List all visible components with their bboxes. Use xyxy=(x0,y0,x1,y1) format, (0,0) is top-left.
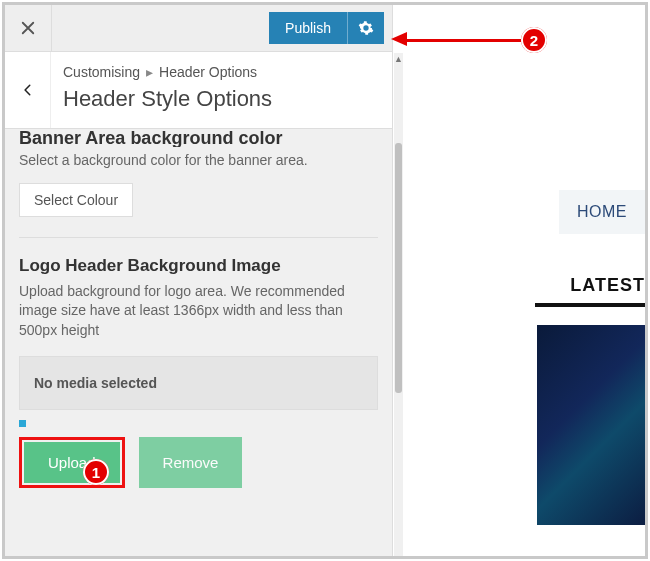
close-customizer-button[interactable] xyxy=(5,5,52,52)
latest-heading: LATEST xyxy=(570,275,645,296)
publish-settings-button[interactable] xyxy=(347,12,384,44)
preview-image xyxy=(537,325,645,525)
breadcrumb-parent: Header Options xyxy=(159,64,257,80)
panel-scrollbar[interactable]: ▲ xyxy=(394,53,403,556)
banner-section-heading: Banner Area background color xyxy=(19,131,282,147)
annotation-highlight-1: Upload xyxy=(19,437,125,488)
chevron-left-icon xyxy=(21,83,35,97)
logo-section-heading: Logo Header Background Image xyxy=(19,256,378,276)
colour-swatch xyxy=(19,420,26,427)
panel-title: Header Style Options xyxy=(63,86,378,112)
logo-section-desc: Upload background for logo area. We reco… xyxy=(19,282,378,341)
close-icon xyxy=(19,19,37,37)
publish-button[interactable]: Publish xyxy=(269,12,347,44)
breadcrumb: Customising▸Header Options xyxy=(63,64,378,80)
scroll-thumb[interactable] xyxy=(395,143,402,393)
latest-underline xyxy=(535,303,645,307)
select-colour-button[interactable]: Select Colour xyxy=(19,183,133,217)
banner-section-desc: Select a background color for the banner… xyxy=(19,151,378,171)
nav-home-link[interactable]: HOME xyxy=(559,190,645,234)
remove-button[interactable]: Remove xyxy=(139,437,243,488)
upload-button[interactable]: Upload xyxy=(24,442,120,483)
scroll-up-icon: ▲ xyxy=(394,53,403,65)
gear-icon xyxy=(358,20,374,36)
media-placeholder: No media selected xyxy=(19,356,378,410)
chevron-right-icon: ▸ xyxy=(146,64,153,80)
breadcrumb-root: Customising xyxy=(63,64,140,80)
back-button[interactable] xyxy=(5,52,51,128)
